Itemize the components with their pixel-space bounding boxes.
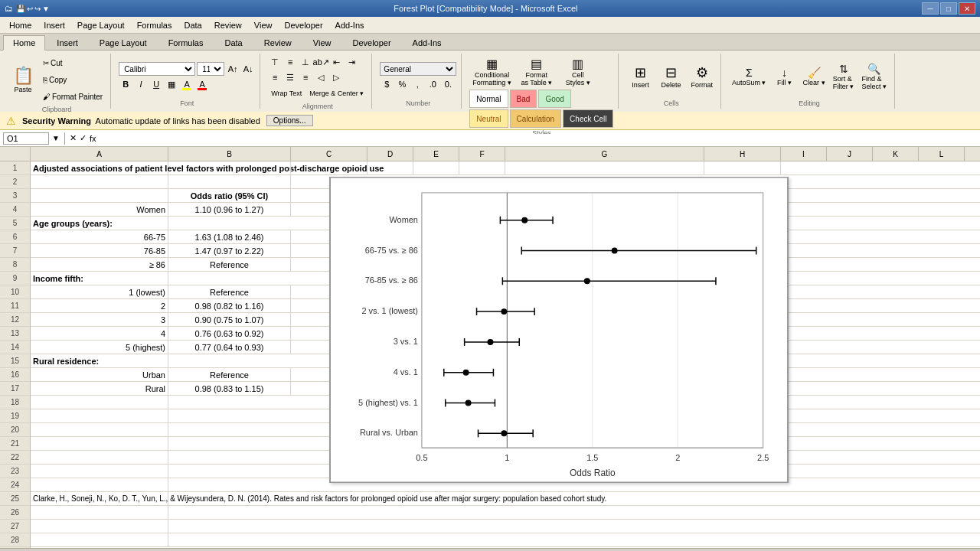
align-center-button[interactable]: ☰ xyxy=(283,70,297,84)
cell-A8[interactable]: ≥ 86 xyxy=(31,258,168,272)
style-calculation[interactable]: Calculation xyxy=(510,109,561,128)
copy-button[interactable]: ⎘ Copy xyxy=(40,72,106,87)
align-right-button[interactable]: ≡ xyxy=(299,70,312,84)
decrease-decimal-button[interactable]: 0. xyxy=(441,77,455,91)
cell-B17[interactable]: 0.98 (0.83 to 1.15) xyxy=(168,382,291,396)
font-size-select[interactable]: 11 xyxy=(197,62,224,76)
col-header-B[interactable]: B xyxy=(168,147,291,161)
cell-A17[interactable]: Rural xyxy=(31,382,168,396)
row-num-8[interactable]: 8 xyxy=(0,258,30,272)
find-select-button[interactable]: 🔍 Find &Select ▾ xyxy=(859,61,890,92)
formula-input[interactable] xyxy=(99,134,977,143)
col-header-L[interactable]: L xyxy=(919,147,965,161)
formula-expand-icon[interactable]: ▼ xyxy=(52,134,60,142)
row-num-12[interactable]: 12 xyxy=(0,313,30,327)
quick-access-toolbar[interactable]: 💾 ↩ ↪ ▼ xyxy=(16,5,50,13)
col-header-F[interactable]: F xyxy=(459,147,505,161)
align-left-button[interactable]: ≡ xyxy=(268,70,282,84)
menu-insert[interactable]: Insert xyxy=(38,19,71,31)
close-button[interactable]: ✕ xyxy=(959,2,975,15)
cell-A7[interactable]: 76-85 xyxy=(31,244,168,258)
cell-C1[interactable] xyxy=(291,161,368,175)
increase-indent-button[interactable]: ▷ xyxy=(329,70,343,84)
cell-B3[interactable]: Odds ratio (95% CI) xyxy=(168,189,291,203)
menu-pagelayout[interactable]: Page Layout xyxy=(71,19,131,31)
row-num-28[interactable]: 28 xyxy=(0,533,30,547)
cell-A1[interactable]: Adjusted associations of patient level f… xyxy=(31,161,168,175)
cell-H1[interactable] xyxy=(704,161,781,175)
cell-A18[interactable] xyxy=(31,396,168,409)
row-num-5[interactable]: 5 xyxy=(0,217,30,230)
align-top-button[interactable]: ⊤ xyxy=(268,55,282,69)
row-num-24[interactable]: 24 xyxy=(0,478,30,492)
align-middle-button[interactable]: ≡ xyxy=(283,55,297,69)
cell-A9[interactable]: Income fifth: xyxy=(31,272,168,285)
cell-A25[interactable]: Clarke, H., Soneji, N., Ko, D. T., Yun, … xyxy=(31,492,168,506)
col-header-C[interactable]: C xyxy=(291,147,368,161)
window-controls[interactable]: ─ □ ✕ xyxy=(922,2,975,15)
indent-increase-button[interactable]: ⇥ xyxy=(345,55,358,69)
restore-button[interactable]: □ xyxy=(940,2,957,15)
cell-B7[interactable]: 1.47 (0.97 to 2.22) xyxy=(168,244,291,258)
cell-B12[interactable]: 0.90 (0.75 to 1.07) xyxy=(168,313,291,327)
increase-font-button[interactable]: A↑ xyxy=(226,62,240,76)
style-check-cell[interactable]: Check Cell xyxy=(563,109,613,128)
menu-developer[interactable]: Developer xyxy=(278,19,328,31)
col-header-E[interactable]: E xyxy=(413,147,459,161)
cell-A26[interactable] xyxy=(31,506,168,520)
merge-center-button[interactable]: Merge & Center ▾ xyxy=(306,86,367,101)
fill-color-button[interactable]: A xyxy=(180,77,194,91)
confirm-formula-icon[interactable]: ✓ xyxy=(80,133,87,143)
wrap-text-button[interactable]: Wrap Text xyxy=(268,86,305,101)
insert-button[interactable]: ⊞ Insert xyxy=(626,63,654,90)
cell-rest-1[interactable] xyxy=(781,161,980,175)
col-header-G[interactable]: G xyxy=(505,147,704,161)
cell-B16[interactable]: Reference xyxy=(168,368,291,382)
cell-G1[interactable] xyxy=(505,161,704,175)
row-num-9[interactable]: 9 xyxy=(0,272,30,285)
row-num-18[interactable]: 18 xyxy=(0,396,30,409)
col-header-I[interactable]: I xyxy=(781,147,827,161)
menu-home[interactable]: Home xyxy=(3,19,38,31)
row-num-1[interactable]: 1 xyxy=(0,161,30,175)
row-num-13[interactable]: 13 xyxy=(0,327,30,341)
orient-text-button[interactable]: ab↗ xyxy=(314,55,328,69)
col-header-K[interactable]: K xyxy=(873,147,919,161)
cell-A4[interactable]: Women xyxy=(31,203,168,217)
cell-A15[interactable]: Rural residence: xyxy=(31,354,168,368)
row-num-27[interactable]: 27 xyxy=(0,520,30,533)
cell-B6[interactable]: 1.63 (1.08 to 2.46) xyxy=(168,230,291,244)
row-num-20[interactable]: 20 xyxy=(0,423,30,437)
cell-A6[interactable]: 66-75 xyxy=(31,230,168,244)
delete-button[interactable]: ⊟ Delete xyxy=(657,63,684,90)
cell-A22[interactable] xyxy=(31,451,168,465)
cancel-formula-icon[interactable]: ✕ xyxy=(70,133,77,143)
cell-B2[interactable] xyxy=(168,175,291,189)
tab-pagelayout[interactable]: Page Layout xyxy=(90,35,157,50)
tab-data[interactable]: Data xyxy=(214,35,252,50)
italic-button[interactable]: I xyxy=(134,77,148,91)
row-num-4[interactable]: 4 xyxy=(0,203,30,217)
cell-A2[interactable] xyxy=(31,175,168,189)
cell-D1[interactable] xyxy=(368,161,413,175)
format-as-table-button[interactable]: ▤ Formatas Table ▾ xyxy=(518,55,556,88)
row-num-22[interactable]: 22 xyxy=(0,451,30,465)
cell-rest-28[interactable] xyxy=(168,533,980,547)
style-good[interactable]: Good xyxy=(538,90,570,108)
chart-area[interactable]: Women 66-75 vs. ≥ 86 xyxy=(329,177,789,483)
cell-B1[interactable] xyxy=(168,161,291,175)
cell-A13[interactable]: 4 xyxy=(31,327,168,341)
cell-rest-26[interactable] xyxy=(168,506,980,520)
style-normal[interactable]: Normal xyxy=(469,90,508,108)
cell-E1[interactable] xyxy=(413,161,459,175)
row-num-17[interactable]: 17 xyxy=(0,382,30,396)
tab-insert[interactable]: Insert xyxy=(47,35,88,50)
menu-data[interactable]: Data xyxy=(178,19,207,31)
cell-F1[interactable] xyxy=(459,161,505,175)
indent-decrease-button[interactable]: ⇤ xyxy=(329,55,343,69)
row-num-11[interactable]: 11 xyxy=(0,299,30,313)
row-num-23[interactable]: 23 xyxy=(0,465,30,478)
format-button[interactable]: ⚙ Format xyxy=(688,63,716,90)
cell-B11[interactable]: 0.98 (0.82 to 1.16) xyxy=(168,299,291,313)
row-num-10[interactable]: 10 xyxy=(0,285,30,299)
